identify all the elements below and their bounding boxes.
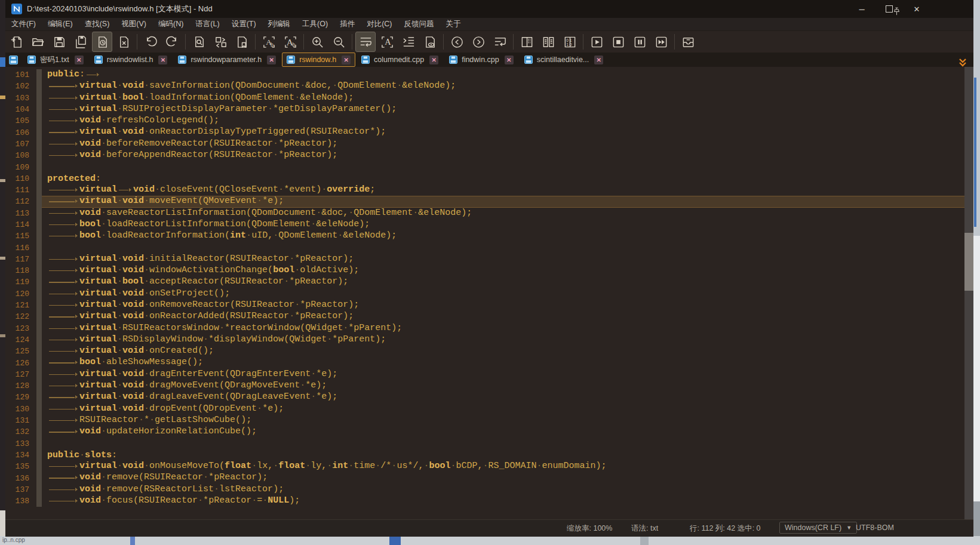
- code-line-117[interactable]: 117virtual·void·initialReactor(RSUIReact…: [5, 254, 973, 265]
- code-line-131[interactable]: 131RSUIReactor·*·getLastShowCube();: [5, 415, 973, 426]
- line-number[interactable]: 135: [5, 462, 36, 471]
- code-line-text[interactable]: virtual·bool·acceptReactor(RSUIReactor·*…: [47, 276, 348, 288]
- code-line-128[interactable]: 128virtual·void·dragMoveEvent(QDragMoveE…: [5, 380, 973, 392]
- line-number[interactable]: 128: [5, 381, 36, 390]
- toolbar-run-button[interactable]: [586, 32, 607, 52]
- fold-margin[interactable]: [36, 219, 42, 230]
- tab-close-icon[interactable]: ✕: [429, 56, 438, 64]
- code-line-text[interactable]: virtual·void·onReactorDisplayTypeTrigger…: [47, 126, 386, 138]
- code-line-text[interactable]: virtual·bool·loadInformation(QDomElement…: [47, 92, 354, 104]
- fold-margin[interactable]: [36, 357, 42, 368]
- code-line-text[interactable]: virtual·void·onCreated();: [47, 345, 214, 358]
- fold-margin[interactable]: [36, 415, 42, 426]
- menu-item-列编辑[interactable]: 列编辑: [262, 18, 297, 30]
- fold-margin[interactable]: [36, 346, 42, 357]
- fold-margin[interactable]: [36, 438, 42, 449]
- tab-close-icon[interactable]: ✕: [267, 56, 276, 64]
- code-line-text[interactable]: virtual·RSUIProjectDisplayParameter·*get…: [47, 103, 397, 116]
- line-number[interactable]: 124: [5, 335, 36, 344]
- toolbar-recent-files-button[interactable]: [92, 32, 112, 52]
- fold-margin[interactable]: [36, 173, 42, 184]
- code-line-text[interactable]: void·focus(RSUIReactor·*pReactor·=·NULL)…: [47, 495, 300, 507]
- toolbar-new-file-button[interactable]: [6, 32, 26, 52]
- code-line-105[interactable]: 105void·refreshColorLegend();: [5, 115, 973, 127]
- status-eol-dropdown[interactable]: Windows(CR LF) ▼: [779, 522, 857, 534]
- toolbar-bookmark-button[interactable]: [232, 32, 252, 52]
- fold-margin[interactable]: [36, 449, 42, 461]
- code-line-129[interactable]: 129virtual·void·dragLeaveEvent(QDragLeav…: [5, 392, 973, 403]
- toolbar-font-style-b-button[interactable]: Ab: [280, 32, 300, 52]
- code-line-101[interactable]: 101public:: [5, 69, 973, 81]
- code-line-112[interactable]: 112virtual·void·moveEvent(QMoveEvent·*e)…: [5, 196, 973, 207]
- fold-margin[interactable]: [36, 242, 42, 253]
- fold-margin[interactable]: [36, 461, 42, 472]
- toolbar-compare-view-button[interactable]: [538, 32, 558, 52]
- tab-close-icon[interactable]: ✕: [75, 56, 84, 64]
- menu-item-设置t[interactable]: 设置(T): [226, 18, 262, 30]
- line-number[interactable]: 125: [5, 347, 36, 356]
- code-line-138[interactable]: 138void·focus(RSUIReactor·*pReactor·=·NU…: [5, 495, 973, 507]
- code-line-135[interactable]: 135virtual·void·onMouseMoveTo(float·lx,·…: [5, 461, 973, 472]
- tab-rswindowlist.h[interactable]: rswindowlist.h✕: [90, 53, 173, 67]
- code-line-113[interactable]: 113void·saveReactorListInformation(QDomD…: [5, 208, 973, 219]
- fold-margin[interactable]: [36, 265, 42, 276]
- line-number[interactable]: 104: [5, 105, 36, 114]
- scrollbar-thumb[interactable]: [964, 233, 973, 291]
- toolbar-split-view-button[interactable]: [517, 32, 537, 52]
- menu-item-关于[interactable]: 关于: [440, 18, 467, 30]
- code-line-text[interactable]: bool·ableShowMessage();: [47, 356, 203, 369]
- code-line-text[interactable]: virtual·void·initialReactor(RSUIReactor·…: [47, 253, 354, 266]
- line-number[interactable]: 120: [5, 290, 36, 298]
- line-number[interactable]: 122: [5, 312, 36, 321]
- toolbar-find-button[interactable]: [189, 32, 209, 52]
- toolbar-binary-view-button[interactable]: 0 11 0: [560, 32, 580, 52]
- code-line-136[interactable]: 136void·remove(RSUIReactor·*pReactor);: [5, 472, 973, 484]
- code-line-106[interactable]: 106virtual·void·onReactorDisplayTypeTrig…: [5, 127, 973, 138]
- tab-columnedit.cpp[interactable]: columnedit.cpp✕: [357, 53, 443, 67]
- line-number[interactable]: 138: [5, 497, 36, 506]
- menu-item-工具o[interactable]: 工具(O): [296, 18, 334, 30]
- line-number[interactable]: 119: [5, 278, 36, 287]
- code-line-text[interactable]: virtual·void·onReactorAdded(RSUIReactor·…: [47, 310, 354, 323]
- fold-margin[interactable]: [36, 404, 42, 415]
- line-number[interactable]: 101: [5, 70, 36, 79]
- tab-close-icon[interactable]: ✕: [342, 56, 351, 64]
- line-number[interactable]: 113: [5, 209, 36, 218]
- fold-margin[interactable]: [36, 115, 42, 127]
- tab-close-icon[interactable]: ✕: [158, 56, 167, 64]
- tab-list-icon[interactable]: [9, 56, 18, 64]
- code-line-text[interactable]: void·saveReactorListInformation(QDomDocu…: [47, 207, 472, 220]
- toolbar-word-wrap-button[interactable]: [355, 32, 376, 52]
- menu-item-反馈问题[interactable]: 反馈问题: [398, 18, 440, 30]
- code-line-text[interactable]: virtual·void·dragMoveEvent(QDragMoveEven…: [47, 380, 327, 392]
- code-line-109[interactable]: 109: [5, 161, 973, 173]
- fold-margin[interactable]: [36, 334, 42, 346]
- tab-scintillaeditvie...[interactable]: scintillaeditvie...✕: [520, 53, 609, 67]
- line-number[interactable]: 108: [5, 151, 36, 160]
- code-line-102[interactable]: 102virtual·void·saveInformation(QDomDocu…: [5, 81, 973, 92]
- code-line-119[interactable]: 119virtual·bool·acceptReactor(RSUIReacto…: [5, 276, 973, 288]
- line-number[interactable]: 116: [5, 244, 36, 253]
- menu-item-语言l[interactable]: 语言(L): [189, 18, 225, 30]
- code-line-121[interactable]: 121virtual·void·onRemoveReactor(RSUIReac…: [5, 300, 973, 311]
- fold-margin[interactable]: [36, 208, 42, 219]
- code-line-text[interactable]: bool·loadReactorListInformation(QDomElem…: [47, 218, 370, 231]
- line-number[interactable]: 121: [5, 301, 36, 310]
- code-line-123[interactable]: 123virtual·RSUIReactorsWindow·*reactorWi…: [5, 323, 973, 334]
- toolbar-show-all-chars-button[interactable]: A: [377, 32, 397, 52]
- line-number[interactable]: 132: [5, 427, 36, 436]
- menu-item-视图v[interactable]: 视图(V): [115, 18, 152, 30]
- toolbar-nav-forward-button[interactable]: [468, 32, 489, 52]
- code-line-text[interactable]: bool·loadReactorInformation(int·uID,·QDo…: [47, 230, 397, 242]
- toolbar-zoom-out-button[interactable]: [328, 32, 349, 52]
- toolbar-archive-button[interactable]: [678, 32, 698, 52]
- toolbar-font-style-a-button[interactable]: Ab: [259, 32, 279, 52]
- toolbar-fast-forward-button[interactable]: [651, 32, 671, 52]
- fold-margin[interactable]: [36, 311, 42, 322]
- code-line-125[interactable]: 125virtual·void·onCreated();: [5, 346, 973, 357]
- fold-margin[interactable]: [36, 254, 42, 265]
- code-line-134[interactable]: 134public·slots:: [5, 449, 973, 461]
- code-line-text[interactable]: virtual·RSDisplayWindow·*displayWindow(Q…: [47, 334, 386, 346]
- code-line-126[interactable]: 126bool·ableShowMessage();: [5, 357, 973, 368]
- toolbar-save-all-button[interactable]: [70, 32, 91, 52]
